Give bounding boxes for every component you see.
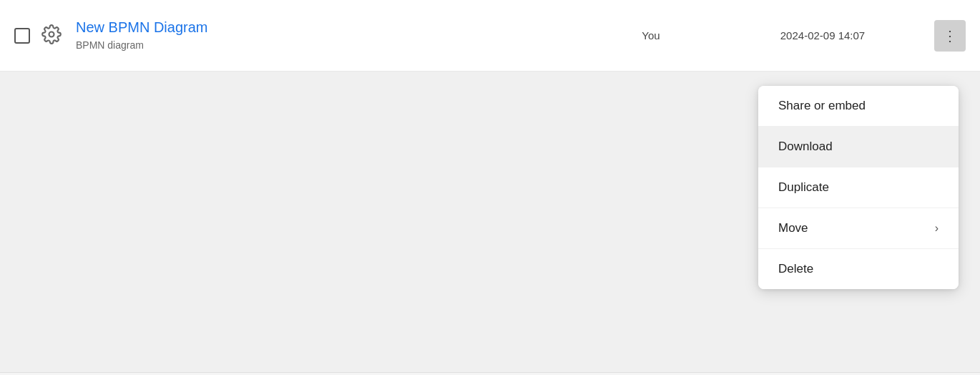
owner-column: You: [579, 29, 722, 42]
menu-item-move[interactable]: Move ›: [758, 208, 959, 249]
date-column: 2024-02-09 14:07: [722, 29, 923, 42]
svg-point-0: [49, 31, 54, 36]
context-menu: Share or embed Download Duplicate Move ›…: [758, 86, 959, 289]
checkbox-area: [14, 28, 30, 44]
date-value: 2024-02-09 14:07: [780, 29, 865, 42]
more-options-button[interactable]: ⋮: [934, 20, 966, 52]
menu-item-duplicate[interactable]: Duplicate: [758, 167, 959, 208]
menu-item-move-label: Move: [778, 221, 808, 235]
gear-icon-area: [41, 24, 62, 47]
diagram-info: New BPMN Diagram BPMN diagram: [76, 19, 579, 52]
main-container: New BPMN Diagram BPMN diagram You 2024-0…: [0, 0, 980, 373]
menu-item-download-label: Download: [778, 140, 833, 154]
diagram-title[interactable]: New BPMN Diagram: [76, 19, 579, 36]
menu-item-duplicate-label: Duplicate: [778, 180, 829, 195]
menu-item-delete-label: Delete: [778, 262, 813, 276]
chevron-right-icon: ›: [935, 222, 939, 235]
diagram-row: New BPMN Diagram BPMN diagram You 2024-0…: [0, 0, 980, 72]
actions-column: ⋮: [923, 20, 966, 52]
menu-item-delete[interactable]: Delete: [758, 249, 959, 289]
gear-icon: [41, 24, 62, 44]
more-options-icon: ⋮: [943, 27, 958, 44]
menu-item-share-or-embed-label: Share or embed: [778, 99, 866, 113]
diagram-type: BPMN diagram: [76, 39, 144, 51]
menu-item-share-or-embed[interactable]: Share or embed: [758, 86, 959, 127]
menu-item-download[interactable]: Download: [758, 127, 959, 167]
diagram-checkbox[interactable]: [14, 28, 30, 44]
owner-value: You: [642, 29, 660, 42]
